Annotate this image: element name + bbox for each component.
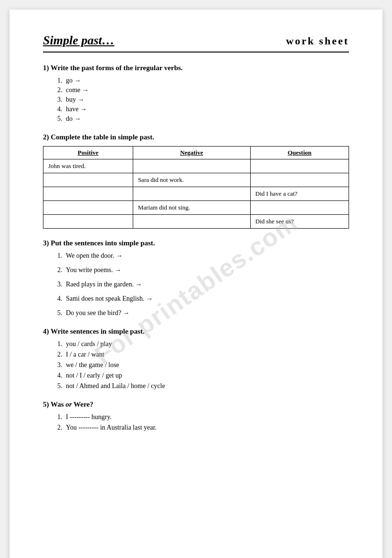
table-row: John was tired.: [43, 159, 349, 173]
write-list-4: you / cards / play I / a car / want we /…: [43, 340, 349, 390]
list-item: come →: [57, 86, 349, 94]
section-1: 1) Write the past forms of the irregular…: [43, 64, 349, 123]
cell: Did she see us?: [250, 215, 349, 229]
list-item: we / the game / lose: [57, 361, 349, 369]
list-item: I --------- hungry.: [57, 413, 349, 421]
worksheet-title: Simple past…: [43, 33, 115, 48]
list-item: not / Ahmed and Laila / home / cycle: [57, 382, 349, 390]
cell: [43, 215, 133, 229]
col-positive: Positive: [43, 147, 133, 159]
col-question: Question: [250, 147, 349, 159]
cell: Mariam did not sing.: [133, 201, 250, 215]
sentence-list-3: We open the door. → You write poems. → R…: [43, 252, 349, 317]
cell: [250, 159, 349, 173]
cell: Sara did not work.: [133, 173, 250, 187]
worksheet-subtitle: work sheet: [286, 35, 349, 47]
cell: [133, 187, 250, 201]
list-item: have →: [57, 105, 349, 113]
col-negative: Negative: [133, 147, 250, 159]
list-item: Do you see the bird? →: [57, 309, 349, 317]
list-item: We open the door. →: [57, 252, 349, 260]
section-3-title: 3) Put the sentences into simple past.: [43, 239, 349, 247]
worksheet-header: Simple past… work sheet: [43, 33, 349, 53]
section-2-title: 2) Complete the table in simple past.: [43, 133, 349, 141]
table-row: Sara did not work.: [43, 173, 349, 187]
cell: [43, 201, 133, 215]
list-item: You write poems. →: [57, 266, 349, 274]
section-2: 2) Complete the table in simple past. Po…: [43, 133, 349, 229]
section-5: 5) Was or Were? I --------- hungry. You …: [43, 400, 349, 432]
section-1-title: 1) Write the past forms of the irregular…: [43, 64, 349, 72]
section-4-title: 4) Write sentences in simple past.: [43, 327, 349, 336]
table-row: Mariam did not sing.: [43, 201, 349, 215]
list-item: Raed plays in the garden. →: [57, 281, 349, 288]
list-item: I / a car / want: [57, 351, 349, 358]
list-item: do →: [57, 115, 349, 123]
section-5-title: 5) Was or Were?: [43, 400, 349, 409]
list-item: You --------- in Australia last year.: [57, 424, 349, 432]
list-item: you / cards / play: [57, 340, 349, 348]
cell: [133, 215, 250, 229]
cell: [43, 187, 133, 201]
cell: [250, 173, 349, 187]
cell: John was tired.: [43, 159, 133, 173]
cell: [133, 159, 250, 173]
cell: [250, 201, 349, 215]
section-4: 4) Write sentences in simple past. you /…: [43, 327, 349, 390]
cell: [43, 173, 133, 187]
list-item: buy →: [57, 96, 349, 104]
table-row: Did she see us?: [43, 215, 349, 229]
was-were-list: I --------- hungry. You --------- in Aus…: [43, 413, 349, 432]
list-item: Sami does not speak English. →: [57, 295, 349, 303]
table-container: Positive Negative Question John was tire…: [43, 146, 349, 229]
worksheet-page: For printables.com Simple past… work she…: [10, 10, 382, 558]
simple-past-table: Positive Negative Question John was tire…: [43, 146, 349, 229]
section-3: 3) Put the sentences into simple past. W…: [43, 239, 349, 317]
list-item: not / I / early / get up: [57, 372, 349, 379]
list-item: go →: [57, 77, 349, 84]
table-row: Did I have a cat?: [43, 187, 349, 201]
cell: Did I have a cat?: [250, 187, 349, 201]
verb-list: go → come → buy → have → do →: [43, 77, 349, 123]
